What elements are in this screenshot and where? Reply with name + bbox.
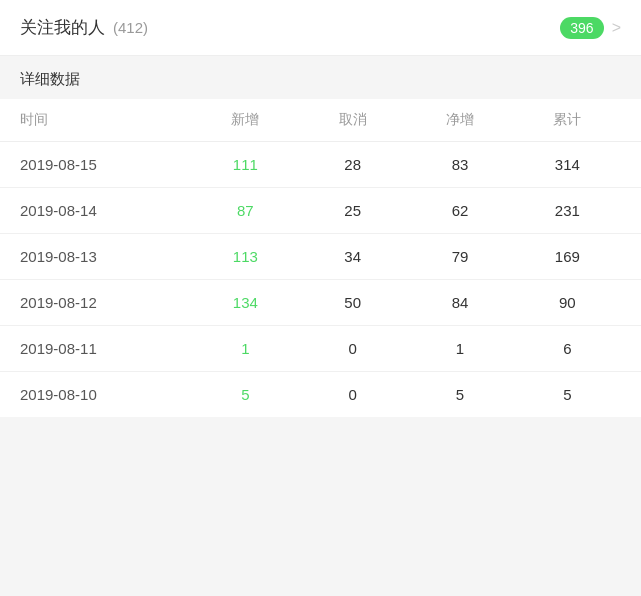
header-left: 关注我的人 (412)	[20, 16, 148, 39]
cell-new: 113	[192, 248, 299, 265]
score-badge[interactable]: 396	[560, 17, 603, 39]
cell-cancel: 0	[299, 340, 406, 357]
cell-net: 62	[406, 202, 513, 219]
table-row: 2019-08-14 87 25 62 231	[0, 188, 641, 234]
table-row: 2019-08-12 134 50 84 90	[0, 280, 641, 326]
table-row: 2019-08-13 113 34 79 169	[0, 234, 641, 280]
cell-date: 2019-08-10	[20, 386, 192, 403]
cell-date: 2019-08-12	[20, 294, 192, 311]
cell-net: 1	[406, 340, 513, 357]
cell-total: 231	[514, 202, 621, 219]
cell-cancel: 50	[299, 294, 406, 311]
page-title: 关注我的人	[20, 16, 105, 39]
page-container: 关注我的人 (412) 396 > 详细数据 时间 新增 取消 净增 累计 20…	[0, 0, 641, 596]
cell-cancel: 25	[299, 202, 406, 219]
cell-net: 83	[406, 156, 513, 173]
cell-new: 111	[192, 156, 299, 173]
col-header-cancel: 取消	[299, 111, 406, 129]
cell-date: 2019-08-11	[20, 340, 192, 357]
cell-date: 2019-08-15	[20, 156, 192, 173]
table-row: 2019-08-10 5 0 5 5	[0, 372, 641, 417]
cell-net: 5	[406, 386, 513, 403]
col-header-net: 净增	[406, 111, 513, 129]
col-header-new: 新增	[192, 111, 299, 129]
section-label: 详细数据	[0, 56, 641, 99]
chevron-right-icon[interactable]: >	[612, 19, 621, 37]
cell-date: 2019-08-13	[20, 248, 192, 265]
data-table: 时间 新增 取消 净增 累计 2019-08-15 111 28 83 314 …	[0, 99, 641, 417]
cell-date: 2019-08-14	[20, 202, 192, 219]
cell-new: 134	[192, 294, 299, 311]
cell-net: 84	[406, 294, 513, 311]
cell-total: 90	[514, 294, 621, 311]
table-body: 2019-08-15 111 28 83 314 2019-08-14 87 2…	[0, 142, 641, 417]
col-header-date: 时间	[20, 111, 192, 129]
table-row: 2019-08-15 111 28 83 314	[0, 142, 641, 188]
cell-net: 79	[406, 248, 513, 265]
cell-new: 87	[192, 202, 299, 219]
cell-total: 6	[514, 340, 621, 357]
cell-total: 314	[514, 156, 621, 173]
header-right[interactable]: 396 >	[560, 17, 621, 39]
cell-cancel: 0	[299, 386, 406, 403]
table-row: 2019-08-11 1 0 1 6	[0, 326, 641, 372]
cell-total: 5	[514, 386, 621, 403]
cell-cancel: 34	[299, 248, 406, 265]
cell-total: 169	[514, 248, 621, 265]
col-header-total: 累计	[514, 111, 621, 129]
cell-new: 5	[192, 386, 299, 403]
cell-cancel: 28	[299, 156, 406, 173]
header: 关注我的人 (412) 396 >	[0, 0, 641, 56]
follower-count: (412)	[113, 19, 148, 36]
table-header: 时间 新增 取消 净增 累计	[0, 99, 641, 142]
cell-new: 1	[192, 340, 299, 357]
